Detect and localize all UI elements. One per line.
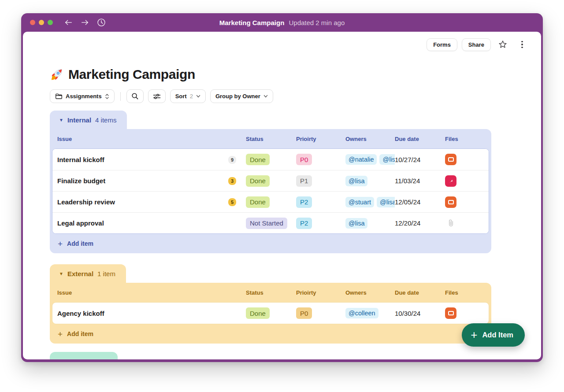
add-item-fab-button[interactable]: + Add Item (462, 323, 525, 347)
group-count: 1 item (97, 270, 115, 277)
status-badge[interactable]: Done (246, 175, 270, 187)
source-selector-button[interactable]: Assignments (50, 89, 115, 103)
share-button[interactable]: Share (462, 38, 491, 51)
comment-count-badge[interactable]: 9 (228, 156, 236, 164)
column-header-due-date[interactable]: Due date (395, 289, 445, 296)
owners-cell[interactable]: @lisa (345, 218, 395, 229)
search-icon (131, 92, 139, 100)
group-external-header[interactable]: ▼ External 1 item (50, 264, 126, 283)
chevron-down-icon (263, 95, 268, 98)
collapse-triangle-icon[interactable]: ▼ (59, 118, 63, 122)
group-by-label: Group by Owner (215, 93, 260, 100)
priority-badge[interactable]: P0 (296, 154, 312, 165)
priority-badge[interactable]: P0 (296, 307, 312, 319)
minimize-window-button[interactable] (39, 20, 44, 25)
star-icon[interactable] (495, 38, 510, 51)
column-header-issue[interactable]: Issue (57, 289, 228, 296)
page-title: Marketing Campaign (68, 67, 195, 82)
table-header: Issue Status Prioirty Owners Due date Fi… (50, 283, 491, 302)
group-partial-header[interactable] (50, 352, 118, 359)
filter-button[interactable] (148, 89, 166, 103)
rocket-emoji-icon (50, 67, 64, 81)
table-row[interactable]: Leadership review 5 Done P2 @stuart @lis… (52, 191, 489, 212)
issue-title[interactable]: Agency kickoff (57, 310, 228, 317)
search-button[interactable] (126, 89, 144, 103)
column-header-files[interactable]: Files (445, 136, 491, 142)
column-header-files[interactable]: Files (445, 289, 491, 296)
column-header-due-date[interactable]: Due date (395, 136, 445, 142)
window-title-text: Marketing Campaign (219, 19, 285, 26)
forms-button[interactable]: Forms (427, 38, 457, 51)
app-window: Marketing Campaign Updated 2 min ago For… (21, 13, 543, 362)
issue-title[interactable]: Internal kickoff (57, 156, 228, 163)
add-item-row[interactable]: + Add item (50, 234, 491, 253)
owner-pill[interactable]: @lisa (345, 218, 367, 229)
due-date[interactable]: 11/03/24 (395, 177, 445, 185)
owner-pill[interactable]: @colleen (345, 308, 378, 318)
slides-file-icon[interactable] (445, 154, 456, 165)
toolbar-divider (120, 92, 121, 101)
due-date[interactable]: 12/05/24 (395, 198, 445, 206)
table-row[interactable]: Internal kickoff 9 Done P0 @natalie @lis… (52, 149, 489, 170)
source-selector-label: Assignments (66, 93, 102, 100)
due-date[interactable]: 10/30/24 (395, 310, 445, 317)
due-date[interactable]: 10/27/24 (395, 156, 445, 163)
column-header-status[interactable]: Status (246, 289, 296, 296)
sort-count: 2 (190, 93, 193, 100)
issue-title[interactable]: Leadership review (57, 198, 228, 206)
group-name: Internal (67, 116, 91, 124)
owners-cell[interactable]: @lisa (345, 176, 395, 186)
status-badge[interactable]: Done (246, 154, 270, 165)
column-header-owners[interactable]: Owners (345, 136, 395, 142)
owner-pill[interactable]: @stuart (345, 197, 374, 207)
group-internal-header[interactable]: ▼ Internal 4 items (50, 111, 127, 129)
table-row[interactable]: Legal approval Not Started P2 @lisa 12/2… (52, 212, 489, 233)
column-header-status[interactable]: Status (246, 136, 296, 142)
owners-cell[interactable]: @stuart @lisa (345, 197, 395, 207)
zoom-window-button[interactable] (48, 20, 53, 25)
more-options-icon[interactable] (515, 38, 530, 51)
collapse-triangle-icon[interactable]: ▼ (59, 271, 63, 276)
priority-badge[interactable]: P1 (296, 175, 312, 187)
table-header: Issue Status Prioirty Owners Due date Fi… (50, 129, 491, 148)
forward-icon[interactable] (81, 16, 89, 29)
window-controls[interactable] (30, 20, 53, 25)
column-header-priority[interactable]: Prioirty (296, 136, 345, 142)
comment-count-badge[interactable]: 5 (228, 198, 236, 206)
due-date[interactable]: 12/20/24 (395, 219, 445, 227)
owner-pill[interactable]: @lisa (379, 154, 395, 165)
paperclip-icon[interactable] (445, 218, 456, 229)
priority-badge[interactable]: P2 (296, 218, 312, 229)
sort-button[interactable]: Sort 2 (170, 89, 206, 103)
owners-cell[interactable]: @natalie @lisa (345, 154, 395, 165)
column-header-priority[interactable]: Prioirty (296, 289, 345, 296)
owner-pill[interactable]: @lisa (345, 176, 367, 186)
owner-pill[interactable]: @natalie (345, 154, 377, 165)
table-row[interactable]: Agency kickoff Done P0 @colleen 10/30/24 (52, 303, 489, 324)
pdf-file-icon[interactable] (445, 175, 456, 187)
group-by-button[interactable]: Group by Owner (210, 89, 273, 103)
column-header-issue[interactable]: Issue (57, 136, 228, 142)
back-icon[interactable] (64, 16, 73, 29)
history-clock-icon[interactable] (97, 16, 106, 29)
slides-file-icon[interactable] (445, 196, 456, 208)
close-window-button[interactable] (30, 20, 35, 25)
column-header-owners[interactable]: Owners (345, 289, 395, 296)
comment-count-badge[interactable]: 3 (228, 177, 236, 185)
status-badge[interactable]: Done (246, 307, 270, 319)
group-name: External (67, 270, 93, 277)
titlebar: Marketing Campaign Updated 2 min ago (21, 13, 543, 32)
filter-sliders-icon (153, 93, 161, 100)
owner-pill[interactable]: @lisa (377, 197, 395, 207)
priority-badge[interactable]: P2 (296, 196, 312, 208)
plus-icon: + (58, 330, 63, 338)
add-item-row[interactable]: + Add item (50, 324, 491, 344)
issue-title[interactable]: Legal approval (57, 219, 228, 227)
status-badge[interactable]: Done (246, 196, 270, 208)
owners-cell[interactable]: @colleen (345, 308, 395, 318)
group-count: 4 items (95, 116, 116, 124)
slides-file-icon[interactable] (445, 307, 456, 319)
table-row[interactable]: Finalize budget 3 Done P1 @lisa 11/03/24 (52, 170, 489, 191)
status-badge[interactable]: Not Started (246, 218, 287, 229)
issue-title[interactable]: Finalize budget (57, 177, 228, 185)
